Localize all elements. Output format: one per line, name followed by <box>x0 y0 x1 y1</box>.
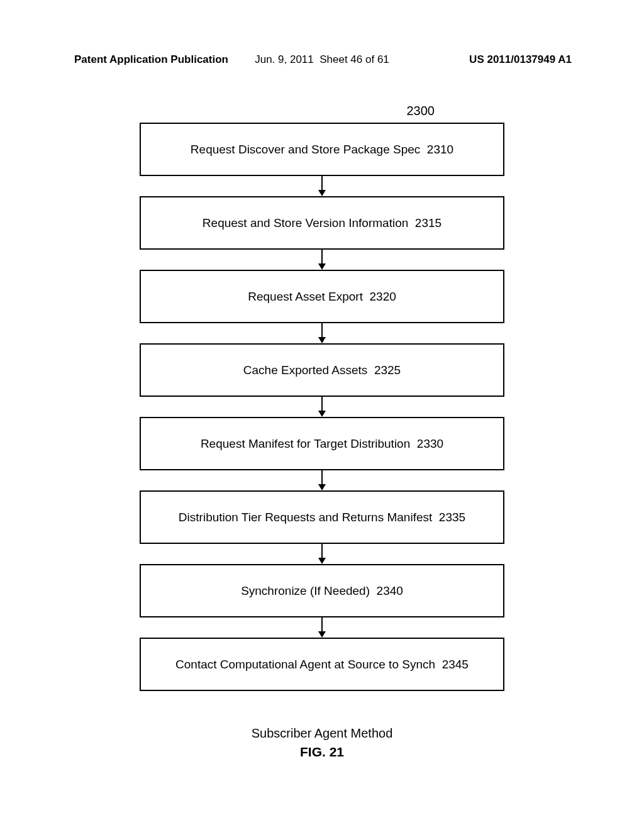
figure-caption: Subscriber Agent Method FIG. 21 <box>252 726 393 760</box>
step-label: Request Discover and Store Package Spec <box>191 143 420 157</box>
flow-arrow <box>318 397 326 417</box>
header-date-sheet: Jun. 9, 2011 Sheet 46 of 61 <box>255 53 389 66</box>
flow-step-2320: Request Asset Export 2320 <box>140 270 504 323</box>
flow-step-2325: Cache Exported Assets 2325 <box>140 343 504 397</box>
flow-step-2315: Request and Store Version Information 23… <box>140 196 504 250</box>
figure-label: FIG. 21 <box>252 744 393 760</box>
step-ref: 2320 <box>370 290 396 304</box>
step-ref: 2340 <box>377 584 403 598</box>
step-label: Distribution Tier Requests and Returns M… <box>179 511 432 524</box>
flow-step-2335: Distribution Tier Requests and Returns M… <box>140 490 504 544</box>
step-ref: 2315 <box>415 216 441 230</box>
flow-step-2340: Synchronize (If Needed) 2340 <box>140 564 504 617</box>
header-sheet: Sheet 46 of 61 <box>319 53 389 65</box>
step-label: Contact Computational Agent at Source to… <box>175 658 435 672</box>
flow-arrow <box>318 470 326 490</box>
step-label: Synchronize (If Needed) <box>241 584 370 598</box>
header-date: Jun. 9, 2011 <box>255 53 314 65</box>
flow-arrow <box>318 176 326 196</box>
step-ref: 2335 <box>439 511 465 524</box>
header-publication-type: Patent Application Publication <box>74 53 228 66</box>
flow-step-2330: Request Manifest for Target Distribution… <box>140 417 504 470</box>
page-header: Patent Application Publication Jun. 9, 2… <box>0 53 644 66</box>
flowchart-container: Request Discover and Store Package Spec … <box>140 123 504 691</box>
step-ref: 2325 <box>374 363 401 377</box>
flow-arrow <box>318 544 326 564</box>
step-label: Cache Exported Assets <box>243 363 368 377</box>
caption-title: Subscriber Agent Method <box>252 726 393 741</box>
step-ref: 2310 <box>427 143 453 157</box>
step-ref: 2330 <box>417 437 443 451</box>
step-ref: 2345 <box>442 658 469 672</box>
step-label: Request Manifest for Target Distribution <box>201 437 410 451</box>
diagram-reference-number: 2300 <box>407 104 435 118</box>
step-label: Request and Store Version Information <box>203 216 408 230</box>
flow-step-2310: Request Discover and Store Package Spec … <box>140 123 504 176</box>
flow-arrow <box>318 617 326 638</box>
step-label: Request Asset Export <box>248 290 363 304</box>
flow-step-2345: Contact Computational Agent at Source to… <box>140 638 504 691</box>
flow-arrow <box>318 250 326 270</box>
header-publication-number: US 2011/0137949 A1 <box>469 53 572 66</box>
flow-arrow <box>318 323 326 343</box>
